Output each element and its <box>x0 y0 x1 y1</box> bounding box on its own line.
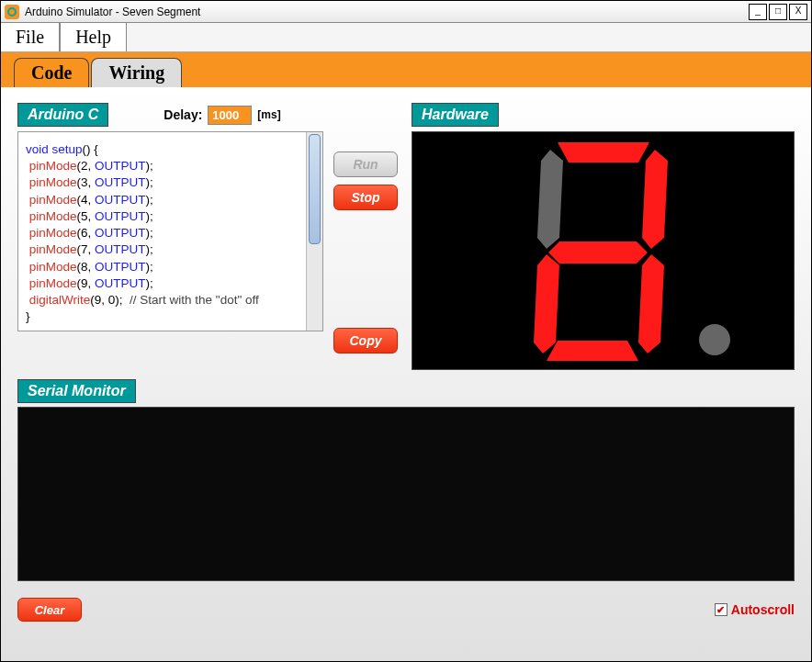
svg-marker-6 <box>537 150 563 249</box>
window-controls: _ □ X <box>749 4 807 20</box>
serial-region: Serial Monitor <box>17 379 795 581</box>
content-area: Arduino C Delay: [ms] void setup() { pin… <box>1 87 811 661</box>
autoscroll-label: Autoscroll <box>731 602 795 617</box>
code-scrollbar[interactable] <box>306 132 322 331</box>
maximize-button[interactable]: □ <box>769 4 787 20</box>
segment-g <box>547 241 649 266</box>
code-column: Arduino C Delay: [ms] void setup() { pin… <box>17 102 399 370</box>
hardware-column: Hardware <box>412 102 795 370</box>
stop-button[interactable]: Stop <box>333 185 398 210</box>
arduino-c-header: Arduino C <box>17 103 108 127</box>
svg-marker-1 <box>558 142 649 163</box>
autoscroll-checkbox[interactable]: ✔ <box>715 603 727 616</box>
app-window: Arduino Simulator - Seven Segment _ □ X … <box>0 0 812 662</box>
menu-help[interactable]: Help <box>60 23 127 51</box>
segment-e <box>534 254 559 356</box>
titlebar: Arduino Simulator - Seven Segment _ □ X <box>1 1 811 23</box>
code-editor-wrap: void setup() { pinMode(2, OUTPUT); pinMo… <box>17 131 323 331</box>
hardware-panel <box>412 131 795 370</box>
svg-marker-2 <box>642 150 668 249</box>
bottom-row: Clear ✔ Autoscroll <box>17 598 795 622</box>
copy-button[interactable]: Copy <box>333 328 398 353</box>
delay-input[interactable] <box>208 106 252 125</box>
code-editor[interactable]: void setup() { pinMode(2, OUTPUT); pinMo… <box>18 132 306 331</box>
segment-f <box>537 150 563 252</box>
delay-row: Delay: [ms] <box>164 106 280 125</box>
window-title: Arduino Simulator - Seven Segment <box>25 6 749 18</box>
svg-point-0 <box>8 8 16 16</box>
segment-b <box>642 150 668 252</box>
close-button[interactable]: X <box>789 4 807 20</box>
tab-code[interactable]: Code <box>14 58 89 87</box>
serial-monitor[interactable] <box>17 407 795 581</box>
app-icon <box>5 5 19 19</box>
delay-label: Delay: <box>164 107 202 122</box>
svg-marker-4 <box>547 341 638 361</box>
tab-wiring[interactable]: Wiring <box>91 58 182 87</box>
segment-a <box>552 142 655 167</box>
action-buttons: Run Stop Copy <box>333 128 399 353</box>
menu-file[interactable]: File <box>1 23 60 51</box>
autoscroll-toggle[interactable]: ✔ Autoscroll <box>715 602 795 617</box>
svg-marker-7 <box>548 241 648 264</box>
tabbar: Code Wiring <box>1 52 811 87</box>
seven-segment-display <box>521 140 686 361</box>
scrollbar-thumb[interactable] <box>309 134 321 244</box>
segment-dp <box>699 324 730 355</box>
clear-button[interactable]: Clear <box>17 598 82 622</box>
upper-region: Arduino C Delay: [ms] void setup() { pin… <box>17 102 795 370</box>
delay-unit: [ms] <box>257 108 280 121</box>
serial-header: Serial Monitor <box>17 379 136 403</box>
minimize-button[interactable]: _ <box>749 4 767 20</box>
menubar: File Help <box>1 23 811 52</box>
run-button[interactable]: Run <box>333 151 398 177</box>
hardware-header: Hardware <box>412 103 499 127</box>
svg-marker-5 <box>534 254 559 353</box>
